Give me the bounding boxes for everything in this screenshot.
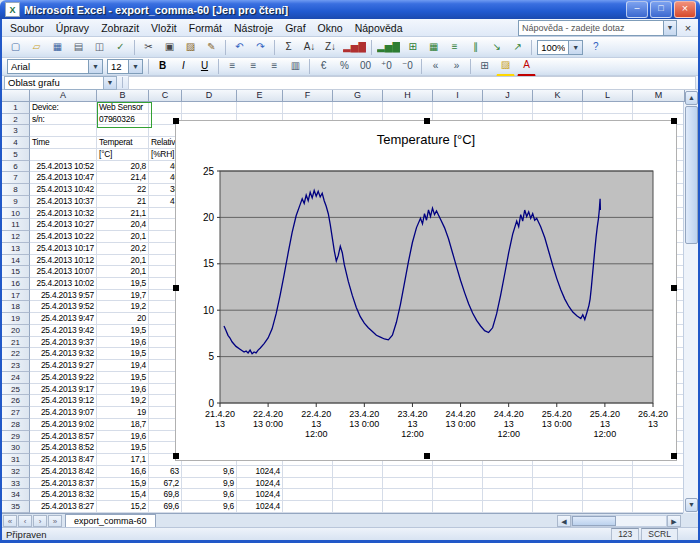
cell-G34[interactable] xyxy=(333,489,383,501)
row-header-1[interactable]: 1 xyxy=(2,102,30,114)
angle-text-down-button[interactable]: ↘ xyxy=(487,38,506,57)
cell-A28[interactable]: 25.4.2013 9:02 xyxy=(30,419,97,431)
cell-B33[interactable]: 15,9 xyxy=(97,478,149,490)
cell-M35[interactable] xyxy=(633,501,685,513)
cell-K34[interactable] xyxy=(533,489,583,501)
formula-input[interactable] xyxy=(128,76,696,90)
open-button[interactable]: ▱ xyxy=(27,38,46,57)
cell-F34[interactable] xyxy=(283,489,333,501)
cell-B22[interactable]: 19,5 xyxy=(97,348,149,360)
cell-A32[interactable]: 25.4.2013 8:42 xyxy=(30,466,97,478)
cell-B11[interactable]: 20,4 xyxy=(97,219,149,231)
previous-sheet-button[interactable]: ‹ xyxy=(18,515,32,527)
row-header-8[interactable]: 8 xyxy=(2,184,30,196)
cell-A3[interactable] xyxy=(30,125,97,137)
row-header-11[interactable]: 11 xyxy=(2,219,30,231)
new-button[interactable]: ▢ xyxy=(6,38,25,57)
menu-soubor[interactable]: Soubor xyxy=(4,20,50,36)
cell-I32[interactable] xyxy=(433,466,483,478)
close-button[interactable]: × xyxy=(674,1,696,18)
cell-A15[interactable]: 25.4.2013 10:07 xyxy=(30,266,97,278)
help-query-input[interactable]: Nápověda - zadejte dotaz xyxy=(518,20,664,36)
row-header-31[interactable]: 31 xyxy=(2,454,30,466)
help-button[interactable]: ? xyxy=(586,38,605,57)
cell-L32[interactable] xyxy=(583,466,633,478)
cell-F32[interactable] xyxy=(283,466,333,478)
redo-button[interactable]: ↷ xyxy=(251,38,270,57)
cell-B17[interactable]: 19,7 xyxy=(97,290,149,302)
fill-color-button[interactable]: ▨ xyxy=(496,56,515,77)
cell-C34[interactable]: 69,8 xyxy=(149,489,182,501)
cell-A18[interactable]: 25.4.2013 9:52 xyxy=(30,301,97,313)
chart-selection-handle[interactable] xyxy=(424,453,430,459)
cell-B18[interactable]: 19,2 xyxy=(97,301,149,313)
autosum-button[interactable]: Σ xyxy=(279,38,298,57)
comma-style-button[interactable]: 00 xyxy=(356,57,375,76)
row-header-7[interactable]: 7 xyxy=(2,172,30,184)
cell-D35[interactable]: 9,6 xyxy=(182,501,237,513)
cell-J1[interactable] xyxy=(483,102,533,114)
horizontal-scroll-track[interactable] xyxy=(571,515,667,527)
cell-K35[interactable] xyxy=(533,501,583,513)
cell-B28[interactable]: 18,7 xyxy=(97,419,149,431)
cell-F35[interactable] xyxy=(283,501,333,513)
cell-A27[interactable]: 25.4.2013 9:07 xyxy=(30,407,97,419)
by-row-button[interactable]: ≡ xyxy=(445,38,464,57)
cell-K33[interactable] xyxy=(533,478,583,490)
row-header-26[interactable]: 26 xyxy=(2,395,30,407)
cell-I1[interactable] xyxy=(433,102,483,114)
print-preview-button[interactable]: ◫ xyxy=(90,38,109,57)
row-header-29[interactable]: 29 xyxy=(2,431,30,443)
column-header-M[interactable]: M xyxy=(633,90,685,102)
column-header-F[interactable]: F xyxy=(283,90,333,102)
cell-E34[interactable]: 1024,4 xyxy=(237,489,283,501)
last-sheet-button[interactable]: » xyxy=(48,515,62,527)
scroll-up-icon[interactable]: ▲ xyxy=(685,91,698,105)
cell-E33[interactable]: 1024,4 xyxy=(237,478,283,490)
row-header-27[interactable]: 27 xyxy=(2,407,30,419)
chart-selection-handle[interactable] xyxy=(671,118,677,124)
merge-center-button[interactable]: ▥ xyxy=(286,57,305,76)
row-header-28[interactable]: 28 xyxy=(2,419,30,431)
sheet-tab-active[interactable]: export_comma-60 xyxy=(65,514,156,528)
cell-M33[interactable] xyxy=(633,478,685,490)
cell-I33[interactable] xyxy=(433,478,483,490)
decrease-indent-button[interactable]: « xyxy=(426,57,445,76)
help-query-dropdown-icon[interactable]: ▼ xyxy=(664,20,677,36)
row-header-24[interactable]: 24 xyxy=(2,372,30,384)
cell-A25[interactable]: 25.4.2013 9:17 xyxy=(30,384,97,396)
cell-C35[interactable]: 69,6 xyxy=(149,501,182,513)
cell-B30[interactable]: 19,5 xyxy=(97,442,149,454)
cell-A33[interactable]: 25.4.2013 8:37 xyxy=(30,478,97,490)
cell-J34[interactable] xyxy=(483,489,533,501)
column-header-G[interactable]: G xyxy=(333,90,383,102)
cell-B12[interactable]: 20,1 xyxy=(97,231,149,243)
cell-B19[interactable]: 20 xyxy=(97,313,149,325)
cell-B13[interactable]: 20,2 xyxy=(97,243,149,255)
cell-F33[interactable] xyxy=(283,478,333,490)
by-column-button[interactable]: ∥ xyxy=(466,38,485,57)
vertical-scroll-thumb[interactable] xyxy=(685,106,698,244)
cell-A19[interactable]: 25.4.2013 9:47 xyxy=(30,313,97,325)
font-combo[interactable]: Arial▼ xyxy=(7,59,103,74)
first-sheet-button[interactable]: « xyxy=(3,515,17,527)
cell-B16[interactable]: 19,5 xyxy=(97,278,149,290)
cell-A9[interactable]: 25.4.2013 10:37 xyxy=(30,196,97,208)
vertical-scrollbar[interactable]: ▲ ▼ xyxy=(683,90,698,513)
column-header-D[interactable]: D xyxy=(182,90,237,102)
chart-type-button[interactable]: ▂▅▇ xyxy=(376,38,401,57)
cell-H33[interactable] xyxy=(383,478,433,490)
chart-selection-handle[interactable] xyxy=(424,118,430,124)
column-header-L[interactable]: L xyxy=(583,90,633,102)
name-box-dropdown-icon[interactable]: ▼ xyxy=(104,76,117,90)
cell-H34[interactable] xyxy=(383,489,433,501)
cell-C1[interactable] xyxy=(149,102,182,114)
cell-L33[interactable] xyxy=(583,478,633,490)
row-header-21[interactable]: 21 xyxy=(2,337,30,349)
horizontal-scrollbar[interactable]: ◀ ▶ xyxy=(557,514,681,528)
cell-B21[interactable]: 19,6 xyxy=(97,337,149,349)
cell-A23[interactable]: 25.4.2013 9:27 xyxy=(30,360,97,372)
cell-H32[interactable] xyxy=(383,466,433,478)
cut-button[interactable]: ✂ xyxy=(139,38,158,57)
menu-format[interactable]: Formát xyxy=(183,20,228,36)
